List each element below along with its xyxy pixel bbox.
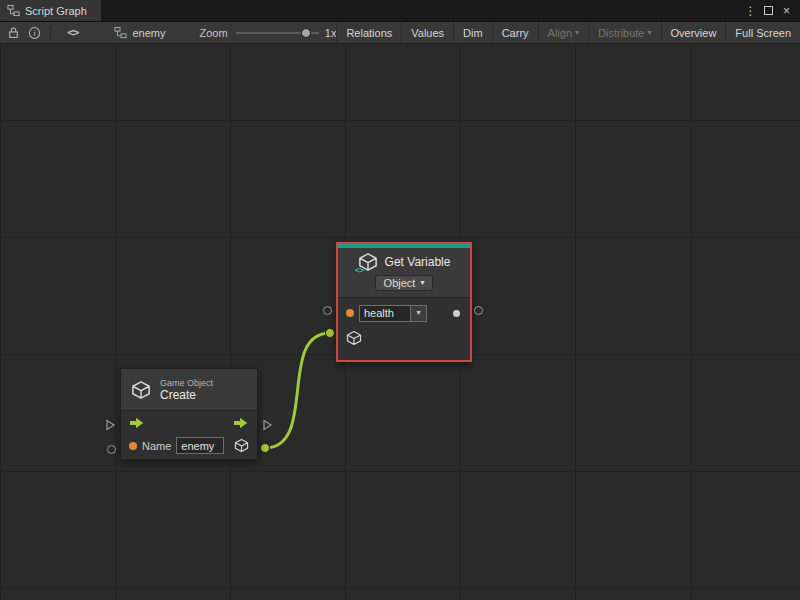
variable-name-input[interactable]	[359, 305, 411, 322]
value-output-port[interactable]	[474, 306, 483, 315]
overview-button[interactable]: Overview	[661, 22, 726, 43]
get-variable-title: Get Variable	[385, 255, 451, 269]
graph-asset-icon	[114, 26, 127, 39]
object-port-cube-icon[interactable]	[346, 330, 362, 346]
graph-toolbar: i <> enemy Zoom 1x Relations Values Dim …	[0, 21, 800, 44]
graph-name-label: enemy	[132, 27, 165, 39]
name-port-label: Name	[142, 440, 171, 452]
caret-down-icon: ▾	[575, 29, 579, 37]
string-port-dot[interactable]	[346, 309, 354, 317]
values-button[interactable]: Values	[401, 22, 453, 43]
align-button[interactable]: Align ▾	[538, 22, 588, 43]
distribute-label: Distribute	[598, 27, 644, 39]
caret-down-icon: ▾	[648, 29, 652, 37]
object-input-port[interactable]	[326, 329, 335, 338]
name-input-port[interactable]	[107, 445, 116, 454]
tab-script-graph[interactable]: Script Graph	[0, 0, 101, 21]
caret-down-icon: ▾	[420, 279, 424, 287]
node-create[interactable]: Game Object Create Name	[120, 368, 258, 460]
maximize-icon[interactable]	[764, 6, 773, 15]
game-object-output-cube-icon[interactable]	[234, 438, 249, 453]
flow-input-port[interactable]	[105, 419, 116, 431]
info-icon[interactable]: i	[29, 27, 40, 39]
tab-title: Script Graph	[25, 5, 87, 17]
code-icon[interactable]: <>	[67, 26, 78, 39]
node-get-variable[interactable]: <> Get Variable Object ▾ ▾	[336, 242, 472, 362]
flow-input-arrow-icon[interactable]	[129, 417, 145, 429]
value-output-dot[interactable]	[453, 310, 460, 317]
name-port-row: Name	[121, 435, 257, 459]
game-object-cube-icon	[131, 380, 151, 400]
variable-cube-icon: <>	[358, 252, 378, 272]
string-port-dot[interactable]	[129, 442, 137, 450]
zoom-slider[interactable]	[236, 27, 319, 39]
zoom-slider-knob[interactable]	[301, 28, 311, 38]
create-node-title: Create	[160, 388, 213, 402]
create-output-port[interactable]	[261, 444, 270, 453]
graph-breadcrumb[interactable]: enemy	[114, 26, 165, 39]
variable-name-port[interactable]	[323, 306, 332, 315]
toolbar-separator	[50, 26, 51, 40]
variable-dropdown-button[interactable]: ▾	[411, 305, 427, 322]
variable-name-row: ▾	[338, 298, 470, 328]
graph-canvas[interactable]: Game Object Create Name	[0, 44, 800, 600]
flow-output-arrow-icon[interactable]	[233, 417, 249, 429]
align-label: Align	[548, 27, 572, 39]
caret-down-icon: ▾	[416, 309, 420, 317]
full-screen-button[interactable]: Full Screen	[725, 22, 800, 43]
create-node-header[interactable]: Game Object Create	[121, 369, 257, 411]
name-value-input[interactable]	[176, 437, 224, 454]
distribute-button[interactable]: Distribute ▾	[588, 22, 660, 43]
graph-icon	[7, 4, 20, 17]
object-port-row	[338, 328, 470, 360]
titlebar: Script Graph ⋮ ×	[0, 0, 800, 21]
window-controls: ⋮ ×	[744, 0, 800, 21]
create-node-category: Game Object	[160, 378, 213, 388]
flow-port-row	[121, 411, 257, 435]
scope-dropdown[interactable]: Object ▾	[375, 275, 434, 291]
flow-output-port[interactable]	[262, 419, 273, 431]
script-graph-window: Script Graph ⋮ × i <> enemy Zoom	[0, 0, 800, 600]
zoom-value: 1x	[325, 27, 337, 39]
zoom-label: Zoom	[199, 27, 227, 39]
angle-brackets-icon: <>	[355, 265, 364, 275]
scope-label: Object	[384, 277, 416, 289]
close-icon[interactable]: ×	[780, 5, 793, 17]
relations-button[interactable]: Relations	[336, 22, 401, 43]
carry-button[interactable]: Carry	[492, 22, 538, 43]
get-variable-header[interactable]: <> Get Variable Object ▾	[338, 248, 470, 298]
dim-button[interactable]: Dim	[453, 22, 492, 43]
connection-wire[interactable]	[265, 333, 330, 448]
kebab-menu-icon[interactable]: ⋮	[744, 5, 757, 17]
lock-icon[interactable]	[7, 26, 20, 39]
